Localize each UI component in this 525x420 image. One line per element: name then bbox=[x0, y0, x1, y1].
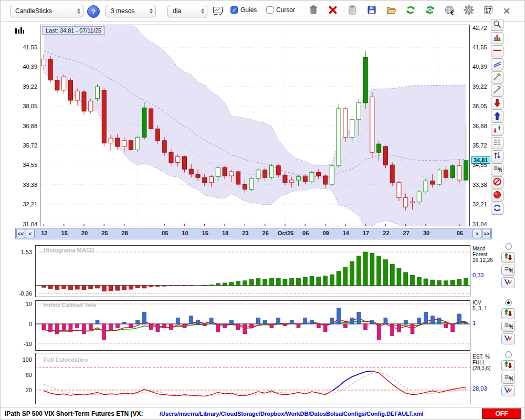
updown-arrows-button[interactable] bbox=[501, 252, 515, 263]
globe-euro-button[interactable]: € bbox=[443, 4, 456, 18]
svg-text:36,88: 36,88 bbox=[472, 123, 487, 129]
candlestick-type-mini-icon bbox=[14, 27, 25, 37]
range-select[interactable]: 3 mesos bbox=[106, 5, 156, 17]
x-axis-tick: 05 bbox=[162, 230, 168, 236]
period-select[interactable]: dia bbox=[167, 5, 207, 17]
tool-horizontal-line-button[interactable] bbox=[491, 45, 503, 57]
trend-line-icon bbox=[492, 85, 502, 97]
x-axis-tick: 30 bbox=[423, 230, 429, 236]
macd-histogram bbox=[41, 252, 468, 291]
tool-parallel-lines-button[interactable] bbox=[491, 58, 503, 70]
percent-icon: % bbox=[503, 321, 513, 332]
tool-chart-style-button[interactable] bbox=[491, 32, 503, 44]
tool-zoom-button[interactable] bbox=[491, 19, 503, 31]
x-axis-tick: 28 bbox=[121, 230, 128, 236]
percent-button[interactable]: % bbox=[501, 321, 515, 332]
tool-refresh-blue-button[interactable] bbox=[491, 203, 503, 215]
stoch-panel: 1006020 bbox=[23, 353, 470, 404]
period-value: dia bbox=[173, 7, 181, 15]
curve-button[interactable] bbox=[501, 385, 515, 396]
stoch-last-value: 28,03 bbox=[472, 385, 487, 392]
curve-icon bbox=[503, 385, 513, 397]
scroll-next-button[interactable]: > bbox=[472, 229, 481, 238]
cursor-checkbox[interactable]: Cursor bbox=[266, 6, 295, 14]
help-label: ? bbox=[91, 8, 96, 16]
tool-forbidden-button[interactable] bbox=[491, 176, 503, 188]
last-price-legend: Last: 34.81 - 07/11/25 bbox=[42, 26, 105, 35]
range-value: 3 mesos bbox=[111, 7, 134, 15]
panel-radio-1[interactable] bbox=[505, 299, 512, 306]
chart-type-select[interactable]: CandleSticks bbox=[10, 5, 83, 17]
stepper-arrows-icon bbox=[201, 8, 204, 14]
close-button[interactable]: ✕ bbox=[500, 4, 513, 18]
tool-arrows-up-down-button[interactable] bbox=[491, 124, 503, 136]
updown-arrows-button[interactable] bbox=[501, 308, 515, 319]
percent-icon: % bbox=[503, 373, 513, 384]
macd-panel-title: Histograma MACD bbox=[44, 247, 94, 253]
svg-text:36,88: 36,88 bbox=[23, 123, 37, 129]
calendar-button[interactable]: 17 bbox=[481, 4, 495, 18]
mini-chart-icon[interactable] bbox=[213, 6, 223, 18]
trash-button[interactable] bbox=[307, 4, 320, 18]
tool-swap-vertical-button[interactable] bbox=[491, 150, 503, 162]
svg-text:42,72: 42,72 bbox=[472, 25, 487, 31]
curve-button[interactable] bbox=[501, 333, 515, 344]
percent-button[interactable]: % bbox=[501, 373, 515, 384]
percent-icon: % bbox=[503, 265, 513, 276]
guies-checkbox[interactable]: ✓ Guies bbox=[230, 6, 257, 14]
save-button[interactable] bbox=[365, 4, 379, 18]
tool-arrow-up-button[interactable] bbox=[491, 111, 503, 123]
curve-button[interactable] bbox=[501, 277, 515, 288]
icv-last-value: 1 bbox=[472, 320, 476, 326]
help-button[interactable]: ? bbox=[87, 5, 100, 18]
tool-percent-lines-button[interactable]: % bbox=[491, 163, 503, 175]
x-axis-tick: 06 bbox=[457, 230, 463, 236]
open-folder-button[interactable] bbox=[384, 4, 398, 18]
forbidden-icon bbox=[492, 177, 502, 188]
refresh-button[interactable] bbox=[404, 4, 417, 18]
stoch-k-highlight bbox=[332, 371, 372, 391]
arrow-up-icon bbox=[492, 111, 502, 123]
tool-trend-line-button[interactable] bbox=[491, 85, 503, 97]
scroll-prev-button[interactable]: < bbox=[26, 229, 35, 238]
scroll-last-button[interactable]: >> bbox=[482, 229, 491, 238]
icv-panel-tools: % bbox=[501, 299, 516, 344]
panel-radio-2[interactable] bbox=[505, 351, 512, 358]
panel-radio-0[interactable] bbox=[505, 243, 512, 250]
svg-text:41,55: 41,55 bbox=[472, 44, 487, 50]
tool-levels-list-button[interactable] bbox=[491, 137, 503, 149]
svg-text:39,22: 39,22 bbox=[472, 83, 487, 90]
config-path-link[interactable]: /Users/mserra/Library/CloudStorage/Dropb… bbox=[160, 411, 424, 417]
icv-slow-line bbox=[44, 321, 466, 331]
macd-settings-label: Macd Forest 26,12,26 bbox=[472, 246, 493, 263]
gear-button[interactable] bbox=[462, 4, 476, 18]
svg-text:39,22: 39,22 bbox=[23, 83, 37, 90]
x-axis-tick: 15 bbox=[61, 230, 68, 236]
svg-text:17: 17 bbox=[485, 7, 491, 14]
checkbox-checked-icon: ✓ bbox=[230, 6, 238, 14]
x-axis-tick: 23 bbox=[242, 230, 248, 236]
svg-text:38,05: 38,05 bbox=[472, 103, 487, 109]
off-button[interactable]: OFF bbox=[482, 408, 521, 419]
svg-text:60: 60 bbox=[26, 372, 32, 378]
delete-button[interactable] bbox=[326, 4, 340, 18]
instrument-name: iPath SP 500 VIX Short-Term Futures ETN … bbox=[5, 410, 143, 417]
sync-icon bbox=[424, 4, 436, 18]
sync-button[interactable] bbox=[423, 4, 437, 18]
horizontal-line-icon bbox=[492, 46, 502, 57]
svg-text:35,72: 35,72 bbox=[23, 142, 37, 149]
stepper-arrows-icon bbox=[77, 8, 80, 14]
svg-text:35,72: 35,72 bbox=[472, 142, 487, 149]
percent-button[interactable]: % bbox=[501, 265, 515, 276]
x-axis-tick: 12 bbox=[41, 230, 47, 236]
save-icon bbox=[366, 4, 377, 18]
updown-arrows-button[interactable] bbox=[501, 360, 515, 371]
curve-icon bbox=[503, 277, 513, 289]
tool-record-button[interactable] bbox=[491, 190, 503, 202]
x-axis-tick: 10 bbox=[182, 230, 188, 236]
scroll-first-button[interactable]: << bbox=[16, 229, 25, 238]
tool-draw-line-button[interactable] bbox=[491, 71, 503, 83]
tool-arrow-down-button[interactable] bbox=[491, 98, 503, 110]
svg-text:%: % bbox=[498, 166, 502, 173]
clipboard-button[interactable] bbox=[345, 4, 359, 18]
